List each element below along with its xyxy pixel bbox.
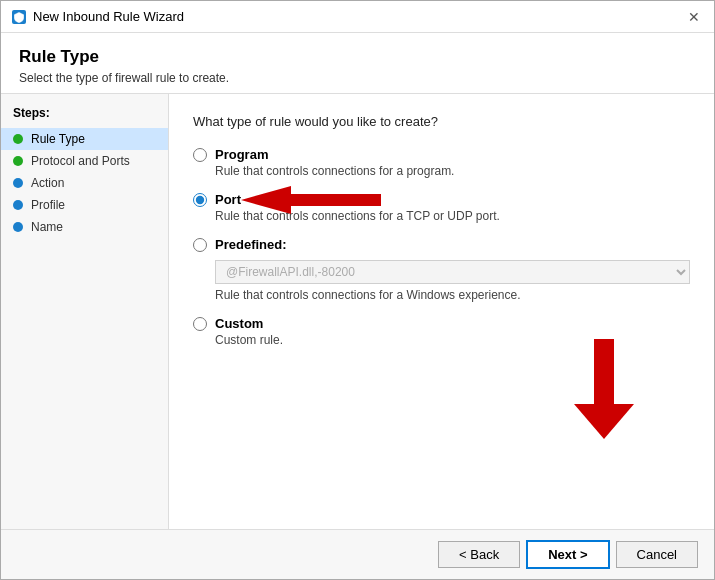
option-custom-label[interactable]: Custom <box>193 316 690 331</box>
dot-icon-rule-type <box>13 134 23 144</box>
content-area: Steps: Rule Type Protocol and Ports Acti… <box>1 94 714 529</box>
radio-custom[interactable] <box>193 317 207 331</box>
down-arrow-icon <box>574 339 634 439</box>
sidebar-label-rule-type: Rule Type <box>31 132 85 146</box>
option-predefined: Predefined: @FirewallAPI.dll,-80200 Rule… <box>193 237 690 302</box>
svg-marker-1 <box>241 186 381 214</box>
sidebar-item-rule-type[interactable]: Rule Type <box>1 128 168 150</box>
title-bar-left: New Inbound Rule Wizard <box>11 9 184 25</box>
option-predefined-label[interactable]: Predefined: <box>193 237 690 252</box>
page-subtitle: Select the type of firewall rule to crea… <box>19 71 696 85</box>
option-program-desc: Rule that controls connections for a pro… <box>215 164 690 178</box>
option-program: Program Rule that controls connections f… <box>193 147 690 178</box>
dot-icon-protocol <box>13 156 23 166</box>
footer: < Back Next > Cancel <box>1 529 714 579</box>
dot-icon-action <box>13 178 23 188</box>
cancel-button[interactable]: Cancel <box>616 541 698 568</box>
title-bar-title: New Inbound Rule Wizard <box>33 9 184 24</box>
main-panel: What type of rule would you like to crea… <box>169 94 714 529</box>
sidebar-item-action[interactable]: Action <box>1 172 168 194</box>
option-program-label[interactable]: Program <box>193 147 690 162</box>
radio-program[interactable] <box>193 148 207 162</box>
page-title: Rule Type <box>19 47 696 67</box>
wizard-icon <box>11 9 27 25</box>
page-header: Rule Type Select the type of firewall ru… <box>1 33 714 94</box>
sidebar-label-protocol: Protocol and Ports <box>31 154 130 168</box>
sidebar-item-protocol-ports[interactable]: Protocol and Ports <box>1 150 168 172</box>
left-arrow-icon <box>241 186 381 214</box>
predefined-select: @FirewallAPI.dll,-80200 <box>215 260 690 284</box>
next-button[interactable]: Next > <box>526 540 609 569</box>
radio-predefined[interactable] <box>193 238 207 252</box>
svg-marker-3 <box>574 404 634 439</box>
sidebar-label-action: Action <box>31 176 64 190</box>
title-bar: New Inbound Rule Wizard ✕ <box>1 1 714 33</box>
back-button[interactable]: < Back <box>438 541 520 568</box>
radio-port[interactable] <box>193 193 207 207</box>
sidebar-label-name: Name <box>31 220 63 234</box>
sidebar: Steps: Rule Type Protocol and Ports Acti… <box>1 94 169 529</box>
sidebar-item-profile[interactable]: Profile <box>1 194 168 216</box>
main-question: What type of rule would you like to crea… <box>193 114 690 129</box>
dot-icon-name <box>13 222 23 232</box>
dot-icon-profile <box>13 200 23 210</box>
option-port: Port Rule that controls connections for … <box>193 192 690 223</box>
option-predefined-desc: Rule that controls connections for a Win… <box>215 288 690 302</box>
option-port-label[interactable]: Port <box>193 192 690 207</box>
sidebar-item-name[interactable]: Name <box>1 216 168 238</box>
down-arrow-container <box>574 339 634 439</box>
svg-rect-2 <box>594 339 614 404</box>
wizard-window: New Inbound Rule Wizard ✕ Rule Type Sele… <box>0 0 715 580</box>
sidebar-label-profile: Profile <box>31 198 65 212</box>
close-button[interactable]: ✕ <box>684 7 704 27</box>
steps-label: Steps: <box>1 106 168 128</box>
